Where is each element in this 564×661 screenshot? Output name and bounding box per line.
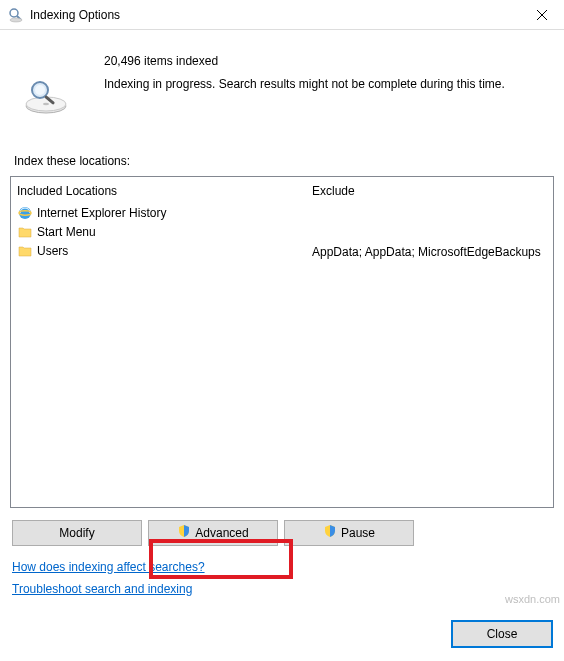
titlebar: Indexing Options: [0, 0, 564, 30]
troubleshoot-link[interactable]: Troubleshoot search and indexing: [12, 582, 192, 596]
list-item[interactable]: Internet Explorer History: [17, 204, 300, 223]
svg-point-7: [43, 103, 49, 105]
progress-text: Indexing in progress. Search results mig…: [104, 73, 554, 96]
exclude-value: [312, 204, 547, 223]
exclude-value: [312, 223, 547, 242]
watermark: wsxdn.com: [505, 593, 560, 605]
svg-point-11: [19, 207, 31, 219]
svg-point-2: [10, 18, 22, 22]
pause-label: Pause: [341, 526, 375, 540]
advanced-button[interactable]: Advanced: [148, 520, 278, 546]
pause-button[interactable]: Pause: [284, 520, 414, 546]
location-name: Users: [37, 244, 68, 258]
window-title: Indexing Options: [30, 8, 120, 22]
included-header: Included Locations: [17, 181, 300, 204]
folder-icon: [17, 243, 33, 259]
svg-point-0: [10, 9, 18, 17]
shield-icon: [177, 524, 191, 541]
ie-icon: [17, 205, 33, 221]
modify-button[interactable]: Modify: [12, 520, 142, 546]
close-button[interactable]: Close: [452, 621, 552, 647]
modify-label: Modify: [59, 526, 94, 540]
exclude-header: Exclude: [312, 181, 547, 204]
status-block: 20,496 items indexed Indexing in progres…: [10, 30, 554, 106]
list-item[interactable]: Users: [17, 242, 300, 261]
location-name: Start Menu: [37, 225, 96, 239]
exclude-value: AppData; AppData; MicrosoftEdgeBackups: [312, 242, 547, 261]
items-indexed-text: 20,496 items indexed: [104, 50, 554, 73]
advanced-label: Advanced: [195, 526, 248, 540]
shield-icon: [323, 524, 337, 541]
locations-list: Included Locations Internet Explorer His…: [10, 176, 554, 508]
close-icon: [537, 10, 547, 20]
indexing-large-icon: [22, 78, 70, 114]
list-item[interactable]: Start Menu: [17, 223, 300, 242]
location-name: Internet Explorer History: [37, 206, 166, 220]
svg-point-9: [35, 85, 45, 95]
locations-label: Index these locations:: [14, 154, 554, 168]
indexing-options-icon: [8, 7, 24, 23]
folder-icon: [17, 224, 33, 240]
window-close-button[interactable]: [519, 0, 564, 30]
help-link[interactable]: How does indexing affect searches?: [12, 560, 205, 574]
close-label: Close: [487, 627, 518, 641]
